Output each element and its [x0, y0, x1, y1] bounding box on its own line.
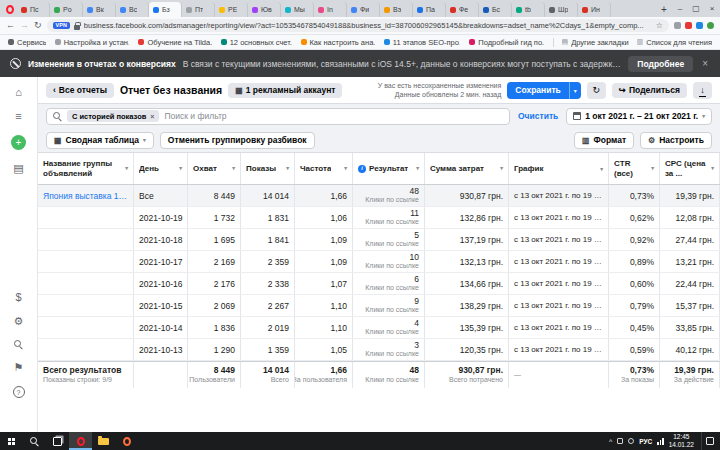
back-to-reports-button[interactable]: ‹Все отчеты	[46, 83, 114, 98]
maximize-button[interactable]: ▢	[688, 0, 704, 17]
tray-chevron-icon[interactable]: ^	[609, 438, 612, 445]
filter-chip[interactable]: С историей показов×	[67, 110, 159, 122]
browser-tab[interactable]: Бз	[149, 2, 182, 17]
taskbar-app-button[interactable]	[115, 432, 138, 450]
browser-tab[interactable]: PE	[215, 2, 248, 17]
table-row[interactable]: 2021-10-19 1 732 1 831 1,06 11 Клики по …	[38, 207, 720, 229]
browser-tab[interactable]: Бс	[479, 2, 512, 17]
banner-close-icon[interactable]: ×	[700, 58, 710, 69]
refresh-button[interactable]: ↻	[587, 82, 606, 99]
column-header-cpc[interactable]: CPC (цена за ...▾	[660, 153, 720, 184]
reload-button[interactable]: ↻	[34, 21, 42, 30]
browser-tab[interactable]: Вс	[116, 2, 149, 17]
column-header-spend[interactable]: Сумма затрат▾	[425, 153, 509, 184]
url-field[interactable]: VPN business.facebook.com/adsmanager/rep…	[47, 19, 669, 32]
browser-tab[interactable]: Фи	[347, 2, 380, 17]
browser-tab[interactable]: Po	[50, 2, 83, 17]
cell-adset-name[interactable]	[38, 295, 134, 316]
bookmark-item[interactable]: Сервисы	[8, 38, 46, 47]
reading-list[interactable]: ▥Список для чтения	[637, 38, 712, 47]
pivot-table-button[interactable]: ▦Сводная таблица▾	[46, 132, 154, 149]
clear-filters-link[interactable]: Очистить	[518, 111, 558, 121]
cell-adset-name[interactable]	[38, 229, 134, 250]
bookmark-item[interactable]: 12 основных счет...	[221, 38, 292, 47]
bookmark-item[interactable]: 11 этапов SEO-про...	[384, 38, 460, 47]
browser-tab[interactable]: Пc	[17, 2, 50, 17]
browser-tab[interactable]: Шр	[545, 2, 578, 17]
taskbar-opera-button[interactable]	[69, 432, 92, 450]
search-filter-input[interactable]: С историей показов× Поиск и фильтр	[46, 108, 510, 125]
column-header-impressions[interactable]: Показы▾	[241, 153, 295, 184]
column-header-adset-name[interactable]: Название группы объявлений▾	[38, 153, 134, 184]
browser-menu-button[interactable]	[2, 2, 17, 17]
browser-tab[interactable]: Фе	[446, 2, 479, 17]
close-button[interactable]: ×	[704, 0, 720, 17]
help-icon[interactable]: ?	[13, 386, 25, 398]
share-button[interactable]: ↪Поделиться	[612, 83, 687, 98]
browser-tab[interactable]: Ин	[578, 2, 611, 17]
bookmark-item[interactable]: Обучение на Tilda...	[138, 38, 211, 47]
browser-tab[interactable]: Па	[413, 2, 446, 17]
bookmark-item[interactable]: Как настроить ана...	[301, 38, 375, 47]
column-header-frequency[interactable]: Частота▾	[295, 153, 353, 184]
create-plus-icon[interactable]: +	[11, 135, 26, 150]
cell-adset-name[interactable]	[38, 273, 134, 294]
table-row[interactable]: 2021-10-14 1 836 2 019 1,10 4 Клики по с…	[38, 317, 720, 339]
cell-adset-name[interactable]	[38, 339, 134, 360]
bookmark-item[interactable]: Настройка и устан...	[55, 38, 130, 47]
cell-adset-name[interactable]	[38, 317, 134, 338]
table-row[interactable]: 2021-10-18 1 695 1 841 1,09 5 Клики по с…	[38, 229, 720, 251]
export-button[interactable]: ↓	[693, 82, 712, 99]
extension-icon[interactable]	[685, 22, 692, 29]
profile-avatar[interactable]	[707, 22, 714, 29]
minimize-button[interactable]: –	[672, 0, 688, 17]
report-title[interactable]: Отчет без названия	[120, 84, 222, 96]
save-dropdown-caret[interactable]: ▾	[569, 82, 581, 99]
settings-gear-icon[interactable]: ⚙	[14, 316, 24, 327]
taskbar-search-button[interactable]	[23, 432, 46, 450]
table-row[interactable]: 2021-10-17 2 169 2 359 1,09 10 Клики по …	[38, 251, 720, 273]
action-center-button[interactable]	[701, 432, 717, 450]
browser-tab[interactable]: Юв	[248, 2, 281, 17]
tray-app-icon[interactable]	[617, 438, 623, 444]
network-icon[interactable]	[657, 438, 664, 445]
browser-tab[interactable]: tb	[512, 2, 545, 17]
table-row[interactable]: 2021-10-16 2 176 2 338 1,07 6 Клики по с…	[38, 273, 720, 295]
other-bookmarks[interactable]: ▤Другие закладки	[562, 38, 629, 47]
tray-app-icon[interactable]	[628, 438, 634, 444]
column-header-day[interactable]: День▾	[134, 153, 188, 184]
customize-button[interactable]: ⚙Настроить	[640, 132, 712, 149]
column-header-schedule[interactable]: График▾	[509, 153, 609, 184]
column-header-result[interactable]: iРезультат▾	[353, 153, 425, 184]
date-range-picker[interactable]: 1 окт 2021 г. – 21 окт 2021 г. ▾	[566, 108, 712, 125]
info-icon[interactable]: i	[358, 165, 366, 173]
browser-tab[interactable]: Пт	[182, 2, 215, 17]
chip-close-icon[interactable]: ×	[150, 113, 154, 120]
back-button[interactable]: ←	[6, 21, 15, 30]
save-button[interactable]: Сохранить	[507, 82, 569, 99]
bookmark-item[interactable]: Подробный гид по...	[469, 38, 543, 47]
home-icon[interactable]: ⌂	[15, 87, 22, 98]
vpn-badge-icon[interactable]: VPN	[53, 22, 70, 30]
language-indicator[interactable]: РУС	[639, 438, 652, 445]
extension-icon[interactable]	[674, 22, 681, 29]
banner-more-button[interactable]: Подробнее	[628, 56, 693, 72]
table-row[interactable]: 2021-10-13 1 290 1 359 1,05 3 Клики по с…	[38, 339, 720, 361]
ad-account-selector[interactable]: ▦1 рекламный аккаунт	[228, 83, 342, 98]
ungroup-breakdowns-button[interactable]: Отменить группировку разбивок	[160, 132, 315, 149]
bookmark-star-icon[interactable]: ☆	[656, 21, 663, 30]
cell-adset-name[interactable]: Япония выставка 13-15 о...	[38, 185, 134, 206]
extension-icon[interactable]	[696, 22, 703, 29]
browser-tab[interactable]: Вэ	[380, 2, 413, 17]
cell-adset-name[interactable]	[38, 207, 134, 228]
taskbar-clock[interactable]: 12:45 14.01.22	[669, 433, 694, 449]
table-row[interactable]: 2021-10-15 2 069 2 267 1,10 9 Клики по с…	[38, 295, 720, 317]
format-button[interactable]: ▥Формат	[574, 132, 634, 149]
browser-tab[interactable]: Мы	[281, 2, 314, 17]
cell-adset-name[interactable]	[38, 251, 134, 272]
start-button[interactable]	[0, 432, 23, 450]
forward-button[interactable]: →	[20, 21, 29, 30]
column-header-ctr[interactable]: CTR (все)▾	[609, 153, 660, 184]
task-view-button[interactable]	[46, 432, 69, 450]
table-row[interactable]: Япония выставка 13-15 о... Все 8 449 14 …	[38, 185, 720, 207]
